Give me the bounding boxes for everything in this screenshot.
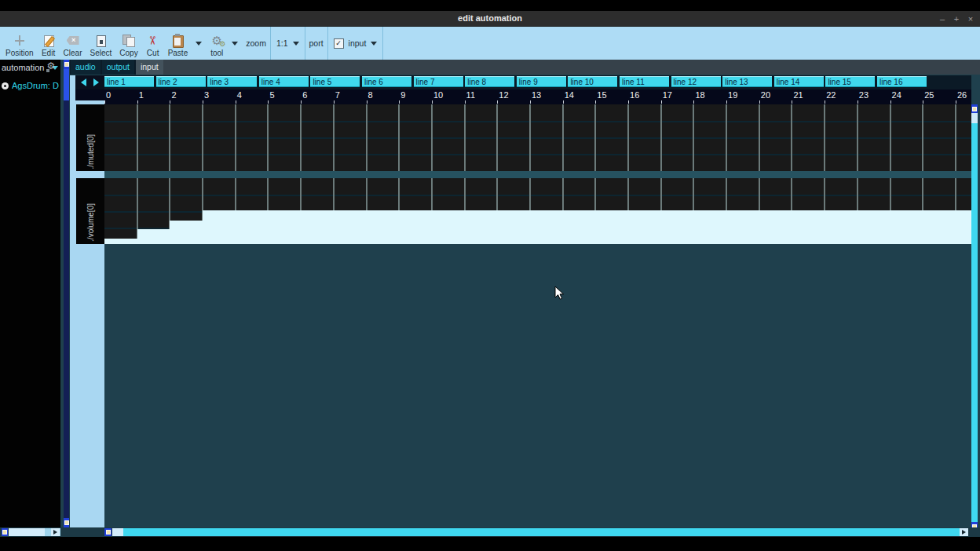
automation-step[interactable] xyxy=(203,210,971,244)
sidebar-vertical-scrollbar[interactable] xyxy=(64,60,69,527)
editor-scroll-button[interactable] xyxy=(104,528,112,536)
zoom-select[interactable]: 1:1 xyxy=(270,27,305,60)
ruler-tick xyxy=(956,100,956,104)
machine-radio-item[interactable]: AgsDrum: Defau xyxy=(0,78,60,93)
chevron-down-icon xyxy=(293,42,299,46)
ruler-mark: 3 xyxy=(204,90,209,100)
line-header[interactable]: line 12 xyxy=(671,76,721,87)
line-header[interactable]: line 14 xyxy=(774,76,824,87)
machine-sidebar: automation AgsDrum: Defau xyxy=(0,60,60,527)
paste-dropdown-icon[interactable] xyxy=(196,42,202,46)
arrow-right-icon[interactable] xyxy=(93,78,99,86)
line-header[interactable]: line 15 xyxy=(825,76,875,87)
scrollbar-thumb[interactable] xyxy=(64,69,69,100)
ruler-tick xyxy=(301,100,302,104)
ruler-tick xyxy=(432,100,433,104)
select-button[interactable]: Select xyxy=(86,27,115,60)
paste-button[interactable]: Paste xyxy=(164,27,192,60)
sidebar-scroll-button[interactable] xyxy=(2,528,8,536)
cut-button-label: Cut xyxy=(147,49,159,57)
editor-vertical-scrollbar[interactable] xyxy=(971,104,978,531)
ruler-mark: 8 xyxy=(368,90,373,100)
grid-line xyxy=(202,104,203,171)
clear-button[interactable]: Clear xyxy=(60,27,86,60)
ruler-tick xyxy=(890,100,891,104)
ruler-tick xyxy=(137,100,138,104)
ruler-mark: 6 xyxy=(302,90,307,100)
editor-horizontal-scrollbar[interactable] xyxy=(123,528,960,536)
tool-button[interactable]: tool xyxy=(206,27,228,60)
line-header[interactable]: line 7 xyxy=(414,76,463,87)
line-header[interactable]: line 10 xyxy=(568,76,617,87)
clear-icon xyxy=(66,34,80,47)
cut-button[interactable]: Cut xyxy=(142,27,164,60)
grid-line xyxy=(955,104,956,171)
line-header[interactable]: line 11 xyxy=(620,76,669,87)
ruler-mark: 17 xyxy=(663,90,672,100)
automation-step[interactable] xyxy=(137,229,170,244)
minimize-button[interactable]: – xyxy=(938,14,947,24)
line-header[interactable]: line 16 xyxy=(877,76,927,87)
line-header[interactable]: line 4 xyxy=(259,76,309,87)
edit-button-label: Edit xyxy=(42,49,55,57)
ruler-mark: 22 xyxy=(826,90,836,100)
ruler-mark: 12 xyxy=(499,90,508,100)
timeline-ruler: 0123456789101112131415161718192021222324… xyxy=(104,89,971,104)
input-checkbox[interactable] xyxy=(334,38,344,49)
automation-step[interactable] xyxy=(170,221,203,244)
copy-button[interactable]: Copy xyxy=(115,27,141,60)
position-button-label: Position xyxy=(5,49,34,57)
grid-line xyxy=(529,104,531,171)
tab-input[interactable]: input xyxy=(136,60,163,75)
scrollbar-thumb[interactable] xyxy=(112,528,123,536)
ruler-tick xyxy=(497,100,498,104)
line-header[interactable]: line 6 xyxy=(362,76,411,87)
line-header[interactable]: line 5 xyxy=(310,76,360,87)
grid-line xyxy=(890,104,891,171)
line-header[interactable]: line 3 xyxy=(207,76,257,87)
ruler-tick xyxy=(825,100,825,104)
port-select[interactable]: input xyxy=(327,27,384,60)
tab-output[interactable]: output xyxy=(102,60,134,75)
arrow-left-icon[interactable] xyxy=(81,78,86,86)
grid-line xyxy=(431,104,433,171)
paste-icon xyxy=(170,34,185,47)
line-header[interactable]: line 9 xyxy=(517,76,566,87)
scroll-right-button[interactable] xyxy=(51,528,60,536)
ruler-mark: 25 xyxy=(924,90,934,100)
toolbar: PositionEditClearSelectCopyCutPaste tool… xyxy=(0,27,980,60)
scroll-up-button[interactable] xyxy=(971,104,978,113)
close-button[interactable]: × xyxy=(966,14,975,24)
grid-line xyxy=(791,104,792,171)
line-header-row: line 1line 2line 3line 4line 5line 6line… xyxy=(104,75,971,89)
tool-dropdown-icon[interactable] xyxy=(232,42,238,46)
line-header[interactable]: line 2 xyxy=(156,76,206,87)
line-header[interactable]: line 1 xyxy=(104,76,154,87)
scrollbar-thumb[interactable] xyxy=(971,113,978,123)
grid-line xyxy=(496,104,498,171)
scroll-down-button[interactable] xyxy=(64,518,69,527)
automation-area-volume[interactable] xyxy=(104,178,971,244)
copy-icon xyxy=(122,34,136,47)
position-button[interactable]: Position xyxy=(2,27,38,60)
line-header[interactable]: line 8 xyxy=(465,76,514,87)
ruler-mark: 10 xyxy=(433,90,443,100)
radio-button[interactable] xyxy=(2,82,9,89)
grid-line xyxy=(824,104,825,171)
ruler-tick xyxy=(334,100,335,104)
zoom-value: 1:1 xyxy=(276,38,288,48)
ruler-tick xyxy=(367,100,368,104)
radio-dot xyxy=(4,85,6,87)
scroll-right-button[interactable] xyxy=(960,528,968,536)
scroll-up-button[interactable] xyxy=(64,60,69,69)
automation-area-muted[interactable] xyxy=(104,104,971,171)
ruler-tick xyxy=(399,100,400,104)
edit-button[interactable]: Edit xyxy=(38,27,60,60)
timeline-nav xyxy=(75,75,104,89)
track-label-volume: ./volume[0] xyxy=(76,178,104,244)
tab-audio[interactable]: audio xyxy=(71,60,101,75)
scrollbar-thumb[interactable] xyxy=(9,528,45,536)
line-header[interactable]: line 13 xyxy=(722,76,772,87)
maximize-button[interactable]: + xyxy=(952,14,961,24)
automation-step[interactable] xyxy=(104,239,137,244)
